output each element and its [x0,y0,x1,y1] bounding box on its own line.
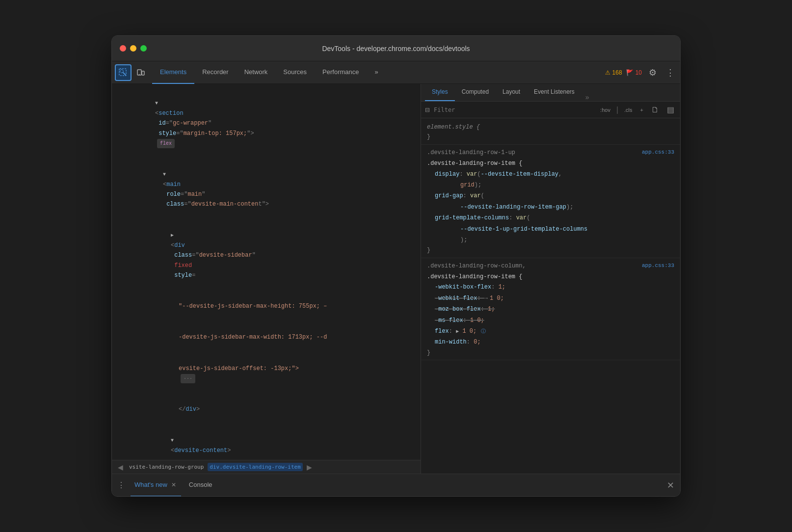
html-line[interactable]: ▶ <div class="devsite-sidebar" fixed sty… [112,220,421,291]
settings-button[interactable]: ⚙ [646,66,660,80]
html-line[interactable]: ▼ <devsite-content> [112,425,421,460]
css-selector-2a: .devsite-landing-row-column, [427,261,526,271]
error-icon: 🚩 [626,69,634,76]
window-title: DevTools - developer.chrome.com/docs/dev… [322,45,470,53]
warning-count: 168 [612,69,622,76]
styles-tab-bar: Styles Computed Layout Event Listeners » [421,84,680,102]
css-element-style-close: } [421,132,680,142]
css-rule-element-style: element.style { } [421,120,680,145]
css-prop-ms-flex: -ms-flex: 1 0; [421,315,680,326]
main-content: ▼ <section id="gc-wrapper" style="margin… [112,84,680,474]
minimize-button[interactable] [130,45,136,52]
tab-styles[interactable]: Styles [425,84,455,101]
css-rule-2: .devsite-landing-row-column, app.css:33 … [421,258,680,361]
css-prop-display-2: grid); [421,180,680,190]
drawer-tab-console-label: Console [189,481,212,488]
tool-icons [115,64,149,81]
css-source-2[interactable]: app.css:33 [642,261,674,271]
styles-panel: Styles Computed Layout Event Listeners »… [421,84,680,474]
warning-badge: ⚠ 168 [605,69,622,76]
html-line[interactable]: "--devsite-js-sidebar-max-height: 755px;… [112,291,421,322]
styles-filter-bar: ⊟ :hov | .cls + 🗋 ▤ [421,102,680,118]
titlebar: DevTools - developer.chrome.com/docs/dev… [112,36,680,61]
css-prop-webkit-flex: -webkit-flex: → 1 0; [421,293,680,304]
warning-icon: ⚠ [605,69,610,76]
css-prop-grid-template-3: ); [421,235,680,245]
css-element-style-selector: element.style { [421,122,680,132]
filter-cls-button[interactable]: .cls [622,106,634,114]
filter-icon: ⊟ [425,106,430,113]
tab-layout[interactable]: Layout [496,84,527,101]
tab-network[interactable]: Network [237,61,276,84]
breadcrumb-item-2[interactable]: div.devsite-landing-row-item [208,463,302,471]
more-options-button[interactable]: ⋮ [663,66,677,80]
filter-hov-button[interactable]: :hov [598,106,612,114]
css-prop-webkit-box-flex: -webkit-box-flex: 1; [421,282,680,293]
css-rule-2-close: } [421,348,680,358]
css-prop-moz-box-flex: -moz-box-flex: 1; [421,304,680,315]
breadcrumb-back[interactable]: ◀ [116,462,125,472]
css-prop-grid-gap: grid-gap: var( [421,190,680,201]
html-line[interactable]: evsite-js-sidebar-offset: -13px;"> ··· [112,353,421,394]
toolbar-right: ⚠ 168 🚩 10 ⚙ ⋮ [605,66,677,80]
maximize-button[interactable] [140,45,147,52]
drawer-tab-whats-new-label: What's new [134,481,167,488]
css-rule-2-source: .devsite-landing-row-column, app.css:33 [421,260,680,272]
svg-point-3 [139,74,140,75]
drawer-tab-console[interactable]: Console [185,474,216,497]
css-prop-min-width: min-width: 0; [421,337,680,347]
html-line[interactable]: ▼ <section id="gc-wrapper" style="margin… [112,88,421,159]
tab-elements[interactable]: Elements [152,61,194,84]
elements-panel: ▼ <section id="gc-wrapper" style="margin… [112,84,421,474]
tab-more[interactable]: » [367,61,386,84]
window-controls [120,45,147,52]
breadcrumb-forward[interactable]: ▶ [305,462,314,472]
css-prop-grid-gap-2: --devsite-landing-row-item-gap); [421,202,680,213]
css-rule-1-close: } [421,245,680,255]
css-prop-grid-template-2: --devsite-1-up-grid-template-columns [421,224,680,235]
device-toggle-button[interactable] [132,64,149,81]
drawer-more-button[interactable]: ⋮ [116,480,127,491]
css-prop-grid-template: grid-template-columns: var( [421,213,680,223]
css-prop-display: display: var(--devsite-item-display, [421,169,680,180]
bottom-drawer: ⋮ What's new ✕ Console ✕ [112,474,680,496]
devtools-window: DevTools - developer.chrome.com/docs/dev… [111,35,681,497]
css-prop-flex: flex: ▶ 1 0; ⓘ [421,326,680,337]
breadcrumb-bar: ◀ vsite-landing-row-group div.devsite-la… [112,460,421,474]
drawer-tab-whats-new[interactable]: What's new ✕ [131,474,181,497]
close-button[interactable] [120,45,126,52]
html-line[interactable]: </div> [112,394,421,425]
info-icon[interactable]: ⓘ [481,329,486,334]
tab-performance[interactable]: Performance [315,61,367,84]
svg-rect-2 [142,71,144,75]
error-badge: 🚩 10 [626,69,642,76]
css-selector-1a: .devsite-landing-row-1-up [427,148,515,158]
filter-separator: | [616,106,618,114]
filter-add-button[interactable]: + [638,106,645,114]
css-selector-1b: .devsite-landing-row-item { [421,159,680,168]
inspect-element-button[interactable] [115,64,132,81]
styles-more-tabs[interactable]: » [583,93,591,101]
css-selector-2b: .devsite-landing-row-item { [421,272,680,282]
tab-event-listeners[interactable]: Event Listeners [527,84,581,101]
devtools-tab-bar: Elements Recorder Network Sources Perfor… [152,61,605,84]
elements-tree[interactable]: ▼ <section id="gc-wrapper" style="margin… [112,84,421,460]
tab-recorder[interactable]: Recorder [194,61,236,84]
breadcrumb-item-1[interactable]: vsite-landing-row-group [127,463,206,471]
css-rule-1-source: .devsite-landing-row-1-up app.css:33 [421,147,680,159]
filter-icon-button-2[interactable]: ▤ [665,104,676,115]
html-line[interactable]: ▼ <main role="main" class="devsite-main-… [112,159,421,220]
tab-computed[interactable]: Computed [455,84,496,101]
filter-icon-button-1[interactable]: 🗋 [649,105,661,115]
html-line[interactable]: -devsite-js-sidebar-max-width: 1713px; -… [112,322,421,353]
css-rule-1: .devsite-landing-row-1-up app.css:33 .de… [421,145,680,258]
error-count: 10 [635,69,642,76]
drawer-tab-close[interactable]: ✕ [170,481,177,488]
tab-sources[interactable]: Sources [275,61,315,84]
devtools-toolbar: Elements Recorder Network Sources Perfor… [112,61,680,84]
styles-filter-input[interactable] [434,106,594,113]
drawer-close-button[interactable]: ✕ [665,478,676,493]
styles-content: element.style { } .devsite-landing-row-1… [421,118,680,474]
css-source-1[interactable]: app.css:33 [642,148,674,158]
